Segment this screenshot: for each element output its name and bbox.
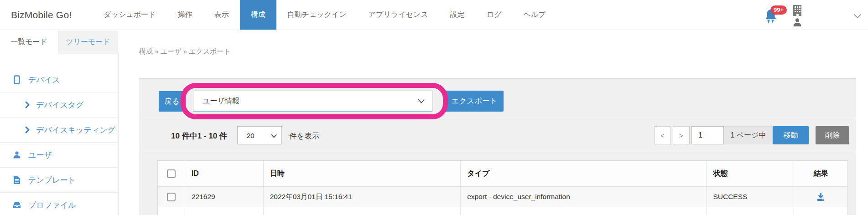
sidebar-item-templates[interactable]: テンプレート	[0, 168, 119, 193]
header-icon-cluster: 99+	[749, 0, 868, 30]
nav-item-auto-checkin[interactable]: 自動チェックイン	[276, 0, 358, 30]
sidebar-item-profiles[interactable]: プロファイル	[0, 193, 119, 215]
nav-item-app-license[interactable]: アプリライセンス	[358, 0, 439, 30]
nav-item-view[interactable]: 表示	[203, 0, 240, 30]
sidebar: デバイス デバイスタグ デバイスキッティング ユーザ	[0, 54, 119, 215]
device-icon	[12, 75, 21, 84]
nav-item-log[interactable]: ログ	[476, 0, 513, 30]
cell-type: export - device_user_information	[461, 187, 707, 207]
sidebar-item-label: デバイスキッティング	[36, 125, 115, 135]
table-row-partial	[157, 207, 848, 215]
delete-button[interactable]: 削除	[816, 126, 849, 144]
organization-icon[interactable]	[791, 5, 803, 18]
column-header-type: タイプ	[461, 161, 707, 186]
column-header-datetime: 日時	[264, 161, 461, 186]
export-button[interactable]: エクスポート	[445, 91, 504, 112]
page-size-select[interactable]: 20	[237, 126, 282, 144]
notifications-button[interactable]: 99+	[764, 8, 785, 28]
chevron-down-icon	[271, 132, 277, 139]
main-menu: ダッシュボード 操作 表示 構成 自動チェックイン アプリライセンス 設定 ログ…	[93, 0, 556, 30]
nav-item-dashboard[interactable]: ダッシュボード	[93, 0, 166, 30]
table-row: 221629 2022年03月01日 15:16:41 export - dev…	[157, 187, 848, 207]
export-type-select[interactable]: ユーザ情報	[193, 91, 432, 112]
chevron-right-icon	[25, 101, 30, 108]
column-header-result: 結果	[794, 161, 847, 186]
cell-status: SUCCESS	[707, 187, 794, 207]
sidebar-item-device-kitting[interactable]: デバイスキッティング	[0, 118, 119, 143]
cell-id: 221629	[185, 187, 264, 207]
chevron-down-icon[interactable]	[853, 13, 862, 21]
select-all-checkbox[interactable]	[167, 169, 176, 178]
export-log-table: ID 日時 タイプ 状態 結果 221629 2022年03月01日 15:16…	[157, 160, 848, 215]
sidebar-item-label: テンプレート	[28, 175, 76, 185]
row-checkbox[interactable]	[167, 193, 176, 201]
sidebar-item-label: プロファイル	[28, 200, 76, 210]
nav-item-help[interactable]: ヘルプ	[513, 0, 557, 30]
sidebar-item-devices[interactable]: デバイス	[0, 67, 119, 92]
nav-item-operations[interactable]: 操作	[167, 0, 203, 30]
notification-badge: 99+	[770, 5, 787, 15]
page-size-suffix: 件を表示	[289, 131, 319, 141]
nav-item-settings[interactable]: 設定	[439, 0, 476, 30]
bell-icon	[764, 18, 778, 26]
column-header-status: 状態	[707, 161, 794, 186]
sidebar-item-users[interactable]: ユーザ	[0, 143, 119, 168]
sidebar-item-label: デバイスタグ	[36, 100, 83, 110]
total-pages-label: 1 ページ中	[724, 126, 773, 144]
prev-page-button[interactable]: <	[654, 126, 671, 144]
column-header-id: ID	[185, 161, 264, 186]
user-icon	[12, 151, 21, 159]
next-page-button[interactable]: >	[673, 126, 690, 144]
export-type-value: ユーザ情報	[203, 97, 239, 106]
top-nav: BizMobile Go! ダッシュボード 操作 表示 構成 自動チェックイン …	[0, 0, 868, 30]
tab-tree-mode[interactable]: ツリーモード	[58, 31, 118, 54]
breadcrumb: 構成 » ユーザ » エクスポート	[139, 47, 231, 56]
page-size-value: 20	[247, 132, 255, 139]
chevron-right-icon	[25, 126, 30, 133]
download-icon[interactable]	[816, 193, 825, 201]
app-logo[interactable]: BizMobile Go!	[0, 0, 93, 30]
nav-item-configuration[interactable]: 構成	[240, 0, 276, 30]
back-button[interactable]: 戻る	[159, 91, 185, 112]
go-button[interactable]: 移動	[773, 126, 809, 144]
profile-icon	[12, 201, 21, 209]
page-number-input[interactable]	[691, 126, 724, 144]
cell-datetime: 2022年03月01日 15:16:41	[264, 187, 461, 207]
sidebar-item-label: ユーザ	[28, 150, 52, 160]
record-count-summary: 10 件中1 - 10 件	[171, 131, 227, 141]
pagination-divider	[139, 151, 856, 151]
user-icon[interactable]	[792, 17, 802, 29]
sidebar-item-device-tags[interactable]: デバイスタグ	[0, 92, 119, 118]
chevron-down-icon	[418, 97, 425, 105]
template-icon	[12, 176, 21, 184]
tab-list-mode[interactable]: 一覧モード	[0, 31, 58, 54]
sidebar-item-label: デバイス	[28, 75, 60, 85]
table-header-row: ID 日時 タイプ 状態 結果	[157, 160, 848, 187]
